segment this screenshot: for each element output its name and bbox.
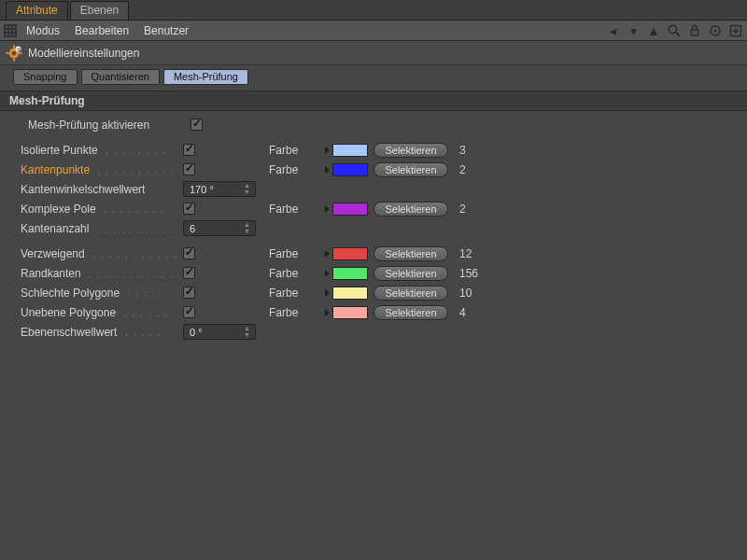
row-kantenanzahl: Kantenanzahl . . . . . . . . . . 6▲▼ bbox=[0, 218, 747, 238]
subtab-snapping[interactable]: Snapping bbox=[13, 69, 78, 85]
spinner-down-icon[interactable]: ▼ bbox=[244, 189, 253, 195]
checkbox-randkanten[interactable] bbox=[183, 267, 195, 279]
input-ebenenschwellwert[interactable]: 0 °▲▼ bbox=[183, 324, 256, 340]
spinner-down-icon[interactable]: ▼ bbox=[244, 229, 253, 234]
checkbox-schlechte[interactable] bbox=[183, 287, 195, 299]
nav-up-icon[interactable]: ▲ bbox=[646, 23, 661, 38]
color-swatch-komplexe-pole[interactable] bbox=[332, 203, 368, 216]
svg-point-4 bbox=[714, 29, 717, 32]
count-randkanten: 156 bbox=[459, 267, 497, 280]
expander-icon[interactable] bbox=[325, 270, 330, 277]
subtab-bar: Snapping Quantisieren Mesh-Prüfung bbox=[0, 65, 747, 91]
checkbox-komplexe-pole[interactable] bbox=[183, 203, 195, 215]
label-randkanten: Randkanten . . . . . . . . . . . bbox=[21, 267, 179, 280]
menu-bearbeiten[interactable]: Bearbeiten bbox=[75, 24, 129, 37]
target-icon[interactable] bbox=[708, 23, 723, 38]
expander-icon[interactable] bbox=[325, 147, 330, 154]
farbe-label: Farbe bbox=[269, 247, 321, 260]
nav-dropdown-icon[interactable]: ▾ bbox=[626, 23, 641, 38]
spinner-down-icon[interactable]: ▼ bbox=[244, 332, 253, 338]
count-unebene: 4 bbox=[459, 306, 497, 319]
row-ebenenschwellwert: Ebenenschwellwert . . . . . 0 °▲▼ bbox=[0, 322, 747, 342]
svg-line-1 bbox=[676, 33, 680, 36]
farbe-label: Farbe bbox=[269, 203, 321, 216]
svg-rect-2 bbox=[691, 30, 698, 35]
expander-icon[interactable] bbox=[325, 309, 330, 316]
count-verzweigend: 12 bbox=[459, 247, 497, 260]
count-isolierte: 3 bbox=[459, 144, 497, 157]
color-swatch-kantenpunkte[interactable] bbox=[332, 163, 368, 176]
select-button-verzweigend[interactable]: Selektieren bbox=[374, 246, 448, 261]
select-button-kantenpunkte[interactable]: Selektieren bbox=[374, 162, 448, 177]
nav-back-icon[interactable]: ◂ bbox=[605, 23, 620, 38]
color-swatch-verzweigend[interactable] bbox=[332, 247, 368, 260]
select-button-komplexe-pole[interactable]: Selektieren bbox=[374, 202, 448, 217]
count-kantenpunkte: 2 bbox=[459, 163, 497, 176]
label-verzweigend: Verzweigend . . . . . . . . . . . bbox=[21, 247, 179, 260]
form-area: Mesh-Prüfung aktivieren Isolierte Punkte… bbox=[0, 111, 747, 342]
tab-attribute[interactable]: Attribute bbox=[6, 1, 68, 20]
expander-icon[interactable] bbox=[325, 205, 330, 213]
subtab-quantisieren[interactable]: Quantisieren bbox=[81, 69, 160, 85]
svg-rect-10 bbox=[13, 58, 15, 61]
checkbox-kantenpunkte[interactable] bbox=[183, 163, 195, 175]
tab-ebenen[interactable]: Ebenen bbox=[70, 1, 129, 20]
new-window-icon[interactable] bbox=[728, 23, 743, 38]
label-kwinkel: Kantenwinkelschwellwert bbox=[21, 183, 179, 196]
gear-icon: ⚙ bbox=[6, 45, 22, 62]
checkbox-isolierte[interactable] bbox=[183, 144, 195, 156]
svg-rect-11 bbox=[7, 52, 9, 54]
count-komplexe-pole: 2 bbox=[459, 203, 497, 216]
svg-rect-9 bbox=[13, 45, 15, 48]
color-swatch-unebene[interactable] bbox=[332, 306, 368, 319]
count-schlechte: 10 bbox=[459, 287, 497, 300]
label-isolierte: Isolierte Punkte . . . . . . . . bbox=[21, 144, 179, 157]
select-button-isolierte[interactable]: Selektieren bbox=[374, 143, 448, 158]
label-schlechte: Schlechte Polygone . . . . . bbox=[21, 287, 179, 300]
input-kantenwinkel[interactable]: 170 °▲▼ bbox=[183, 181, 256, 197]
expander-icon[interactable] bbox=[325, 166, 330, 174]
color-swatch-randkanten[interactable] bbox=[332, 267, 368, 280]
row-kantenwinkelschwellwert: Kantenwinkelschwellwert 170 °▲▼ bbox=[0, 179, 747, 199]
row-schlechte-polygone: Schlechte Polygone . . . . . Farbe Selek… bbox=[0, 283, 747, 302]
farbe-label: Farbe bbox=[269, 306, 321, 319]
expander-icon[interactable] bbox=[325, 289, 330, 297]
farbe-label: Farbe bbox=[269, 267, 321, 280]
label-enable: Mesh-Prüfung aktivieren bbox=[28, 119, 187, 132]
row-isolierte-punkte: Isolierte Punkte . . . . . . . . Farbe S… bbox=[0, 140, 747, 160]
checkbox-verzweigend[interactable] bbox=[183, 247, 195, 259]
row-verzweigend: Verzweigend . . . . . . . . . . . Farbe … bbox=[0, 244, 747, 263]
svg-point-0 bbox=[669, 25, 676, 33]
svg-rect-12 bbox=[20, 52, 22, 54]
checkbox-enable[interactable] bbox=[190, 119, 203, 131]
row-komplexe-pole: Komplexe Pole . . . . . . . . Farbe Sele… bbox=[0, 199, 747, 218]
row-unebene-polygone: Unebene Polygone . . . . . . Farbe Selek… bbox=[0, 302, 747, 322]
select-button-schlechte[interactable]: Selektieren bbox=[374, 286, 448, 301]
checkbox-unebene[interactable] bbox=[183, 306, 195, 318]
expander-icon[interactable] bbox=[325, 250, 330, 258]
farbe-label: Farbe bbox=[269, 144, 321, 157]
select-button-unebene[interactable]: Selektieren bbox=[374, 305, 448, 320]
row-enable-mesh-check: Mesh-Prüfung aktivieren bbox=[0, 115, 747, 134]
input-kantenanzahl[interactable]: 6▲▼ bbox=[183, 220, 256, 236]
label-ebenenschwellwert: Ebenenschwellwert . . . . . bbox=[21, 326, 179, 339]
page-title: Modelliereinstellungen bbox=[28, 47, 139, 60]
farbe-label: Farbe bbox=[269, 287, 321, 300]
label-kantenpunkte: Kantenpunkte . . . . . . . . . . bbox=[21, 163, 179, 176]
page-title-row: ⚙ Modelliereinstellungen bbox=[0, 41, 747, 65]
lock-icon[interactable] bbox=[687, 23, 702, 38]
section-header: Mesh-Prüfung bbox=[0, 91, 747, 111]
color-swatch-isolierte[interactable] bbox=[332, 144, 368, 157]
menu-benutzer[interactable]: Benutzer bbox=[144, 24, 189, 37]
label-kantenanzahl: Kantenanzahl . . . . . . . . . . bbox=[21, 222, 179, 235]
label-komplexe-pole: Komplexe Pole . . . . . . . . bbox=[21, 203, 179, 216]
subtab-mesh-pruefung[interactable]: Mesh-Prüfung bbox=[163, 69, 248, 85]
panel-tab-bar: Attribute Ebenen bbox=[0, 0, 747, 21]
menu-modus[interactable]: Modus bbox=[26, 24, 60, 37]
display-mode-icon[interactable] bbox=[4, 24, 17, 37]
search-icon[interactable] bbox=[667, 23, 682, 38]
label-unebene: Unebene Polygone . . . . . . bbox=[21, 306, 179, 319]
select-button-randkanten[interactable]: Selektieren bbox=[374, 266, 448, 281]
farbe-label: Farbe bbox=[269, 163, 321, 176]
color-swatch-schlechte[interactable] bbox=[332, 287, 368, 300]
